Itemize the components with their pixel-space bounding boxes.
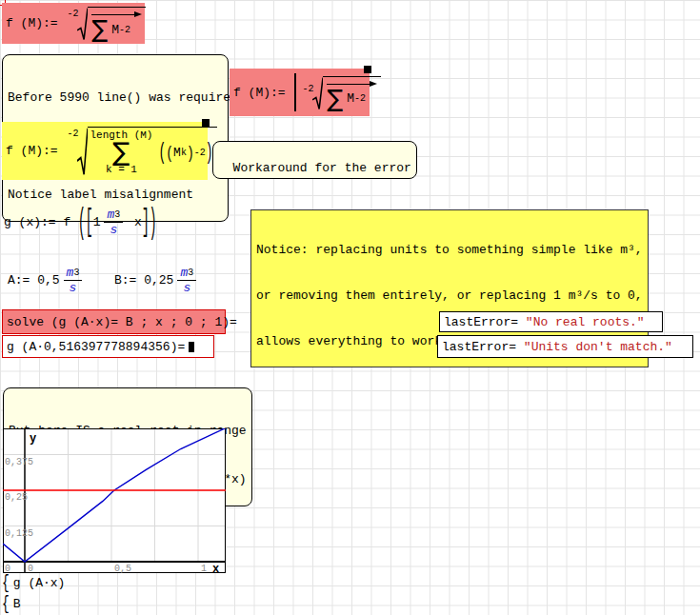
variable: x [127,215,142,229]
paren: ( [78,201,86,243]
unit-fraction: m3s [177,267,196,294]
region-g-eval[interactable]: g (A·0,516397778894356)= [2,335,214,358]
brace: { [2,571,10,594]
formula-text: g (A·0,516397778894356)= [7,340,185,354]
unit-fraction: m3s [64,267,83,294]
lasterror-value: "Units don't match." [524,340,672,354]
paren: ( [166,142,173,163]
svg-text:0,25: 0,25 [5,492,28,503]
plot-legend[interactable]: { g (A·x) { B [2,572,65,614]
svg-text:0,375: 0,375 [5,457,33,467]
paren: ) [187,142,194,163]
region-solve[interactable]: solve (g (A·x)= B ; x ; 0 ; 1)= [2,309,226,334]
coefficient: 1 [93,215,101,229]
sum-operator: ∑ [327,89,343,109]
unit-numerator: m [180,267,188,279]
nthroot: -2∑M-2 [302,76,381,109]
svg-text:y: y [30,432,36,446]
paren: ) [150,201,157,243]
region-lasterror-1[interactable]: lastError= "No real roots." [439,311,663,332]
legend-label: g (A·x) [13,576,66,590]
edit-cursor [294,73,296,111]
formula-lhs: B:= 0,25 [114,273,173,288]
unit-numerator: m [107,208,114,221]
sum-argument: M [347,91,354,106]
unit-exponent: 3 [73,267,79,279]
formula-lhs: f (M):= [6,16,65,30]
vectorize-arrow: ∑M-2 [90,11,142,40]
lasterror-label: lastError= [442,340,524,354]
formula-lhs: g (x):= f [4,215,78,229]
legend-item-hline: { B [2,593,65,614]
bracket: [ [86,204,93,240]
exponent: -2 [119,25,130,35]
formula-lhs: A:= 0,5 [8,273,60,288]
region-f-def-vectorized[interactable]: f (M):= -2∑M-2 [2,3,145,44]
exponent: -2 [194,148,206,158]
sum-argument: M [111,23,119,37]
unit-numerator: m [67,267,74,279]
sum-lower-limit: k = 1 [106,164,137,175]
sum-operator: ∑ [112,141,130,164]
result-placeholder[interactable] [189,342,194,352]
svg-text:0,5: 0,5 [114,564,131,573]
note-line: Workaround for the error [233,161,411,175]
note-line: Notice: replacing units to something sim… [256,243,643,258]
plot-svg: 00,5100,1250,250,375yx [3,428,226,573]
lasterror-value: "No real roots." [526,315,645,329]
svg-text:1: 1 [201,564,207,573]
svg-text:x: x [212,563,219,573]
radical-sign-icon [312,77,323,109]
region-g-def[interactable]: g (x):= f ([1m3s x]) [4,197,157,247]
vectorize-arrow: ∑M-2 [325,81,377,109]
sum-with-limits: length (M)∑k = 1 [90,129,152,175]
note-line: Before 5990 line() was required [8,89,223,106]
region-a-def[interactable]: A:= 0,5m3s [8,261,86,299]
unit-exponent: 3 [188,267,193,279]
region-b-def[interactable]: B:= 0,25m3s [114,261,200,299]
bracket: ] [142,204,150,240]
unit-denominator: s [110,224,117,236]
unit-fraction: m3s [104,208,123,236]
lasterror-label: lastError= [444,315,526,329]
svg-text:0,125: 0,125 [5,528,33,539]
nthroot: -2∑M-2 [67,7,146,40]
selection-handle[interactable] [202,119,210,127]
unit-exponent: 3 [114,208,120,221]
nthroot: -2length (M)∑k = 1((Mk)-2) [67,127,216,175]
formula-lhs: f (M):= [233,86,292,100]
note-line: or removing them entirely, or replacing … [256,288,643,304]
note-workaround[interactable]: Workaround for the error [212,141,417,179]
legend-item-curve: { g (A·x) [2,572,65,593]
paren: ( [158,139,166,167]
unit-denominator: s [70,282,77,294]
exponent: -2 [354,93,366,104]
region-lasterror-2[interactable]: lastError= "Units don't match." [437,335,693,358]
sum-operator: ∑ [91,19,108,40]
sum-argument: M [173,146,181,160]
legend-label: B [13,597,21,611]
unit-denominator: s [183,282,190,294]
formula-lhs: f (M):= [6,144,65,158]
region-f-def-workaround[interactable]: f (M):= -2length (M)∑k = 1((Mk)-2) [2,122,208,180]
formula-text: solve (g (A·x)= B ; x ; 0 ; 1)= [7,315,237,329]
radical-sign-icon [77,128,88,175]
selection-handle[interactable] [364,66,371,73]
radical-sign-icon [77,8,88,40]
plot-region[interactable]: 00,5100,1250,250,375yx [3,428,226,573]
brace: { [2,592,10,615]
region-f-def-editing[interactable]: f (M):= -2∑M-2 [230,69,370,116]
